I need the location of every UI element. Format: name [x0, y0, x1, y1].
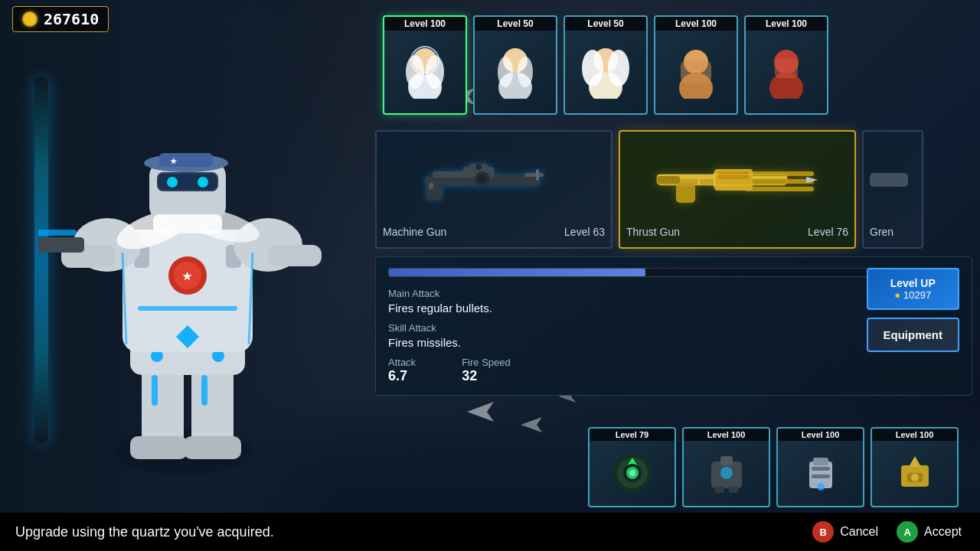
- svg-rect-11: [201, 375, 207, 406]
- portrait-top-2[interactable]: Level 50: [564, 15, 648, 115]
- svg-rect-99: [729, 487, 738, 493]
- svg-point-48: [426, 55, 444, 89]
- svg-point-37: [198, 177, 208, 187]
- svg-rect-78: [745, 179, 814, 184]
- portraits-top-row: Level 100 Level 50 Level 50: [368, 0, 980, 122]
- svg-point-108: [911, 474, 919, 481]
- weapon-card-machine-gun[interactable]: Machine Gun Level 63: [375, 130, 612, 249]
- svg-point-56: [608, 50, 629, 86]
- svg-rect-82: [676, 184, 695, 203]
- svg-rect-29: [268, 245, 322, 266]
- cancel-control[interactable]: B Cancel: [812, 521, 878, 543]
- portrait-top-avatar-0: [384, 31, 466, 113]
- portrait-top-avatar-3: [655, 31, 737, 113]
- accept-btn-icon: A: [897, 521, 918, 543]
- portrait-bottom-level-1: Level 100: [684, 429, 769, 441]
- svg-rect-9: [184, 436, 241, 459]
- portrait-top-level-1: Level 50: [475, 17, 556, 31]
- currency-display: 267610: [12, 6, 109, 32]
- svg-rect-88: [870, 173, 908, 187]
- weapon-level-machine-gun: Level 63: [564, 226, 605, 238]
- svg-text:★: ★: [182, 270, 192, 282]
- bottom-bar: Upgrade using the quartz you've acquired…: [0, 513, 980, 551]
- portrait-bottom-1[interactable]: Level 100: [682, 427, 770, 507]
- weapon-label-row-machine-gun: Machine Gun Level 63: [383, 223, 605, 241]
- portrait-top-avatar-1: [475, 31, 556, 113]
- robot-area: ★: [0, 0, 368, 520]
- attack-label: Attack: [388, 357, 416, 368]
- svg-point-74: [475, 164, 482, 170]
- bottom-controls: B Cancel A Accept: [812, 521, 980, 543]
- svg-rect-10: [152, 375, 158, 406]
- portrait-bottom-level-3: Level 100: [872, 429, 957, 441]
- portrait-top-level-3: Level 100: [655, 17, 737, 31]
- svg-rect-84: [657, 176, 680, 184]
- attack-value: 6.7: [388, 368, 416, 384]
- weapon-card-grenade[interactable]: Gren: [862, 130, 923, 249]
- svg-point-55: [582, 50, 603, 86]
- svg-point-67: [478, 174, 487, 184]
- cancel-label: Cancel: [840, 525, 878, 539]
- weapon-image-machine-gun: [383, 138, 605, 223]
- portrait-bottom-avatar-2: [778, 441, 863, 506]
- svg-point-104: [817, 483, 825, 491]
- svg-rect-26: [38, 237, 84, 253]
- portrait-bottom-3[interactable]: Level 100: [871, 427, 959, 507]
- weapon-label-row-grenade: Gren: [870, 223, 916, 241]
- svg-rect-77: [745, 171, 814, 176]
- portraits-bottom-row: Level 79 Level 100 Level 10: [582, 421, 980, 513]
- level-up-button[interactable]: Level UP ● 10297: [867, 268, 960, 310]
- svg-rect-103: [812, 474, 830, 478]
- svg-rect-8: [130, 436, 188, 459]
- svg-rect-79: [745, 187, 814, 191]
- weapon-name-thrust-gun: Thrust Gun: [626, 226, 680, 238]
- svg-rect-59: [681, 60, 711, 83]
- weapon-image-grenade: [870, 138, 916, 223]
- weapon-name-machine-gun: Machine Gun: [383, 226, 446, 238]
- svg-rect-72: [429, 183, 433, 189]
- portrait-top-3[interactable]: Level 100: [654, 15, 738, 115]
- svg-rect-41: [153, 214, 222, 233]
- svg-rect-62: [775, 59, 798, 78]
- portrait-top-1[interactable]: Level 50: [473, 15, 557, 115]
- portrait-bottom-avatar-1: [684, 441, 769, 506]
- portrait-bottom-level-2: Level 100: [778, 429, 863, 441]
- portrait-top-level-2: Level 50: [565, 17, 646, 31]
- weapon-name-grenade: Gren: [870, 226, 893, 238]
- portrait-bottom-avatar-3: [872, 441, 957, 506]
- robot-body: ★: [38, 46, 329, 505]
- portrait-top-0[interactable]: Level 100: [383, 15, 467, 115]
- weapon-image-thrust-gun: [626, 138, 848, 223]
- portrait-bottom-0[interactable]: Level 79: [588, 427, 676, 507]
- equipment-label: Equipment: [884, 328, 943, 341]
- fire-speed-label: Fire Speed: [462, 357, 511, 368]
- equipment-button[interactable]: Equipment: [867, 318, 960, 352]
- cancel-btn-icon: B: [812, 521, 834, 543]
- coin-icon: [22, 11, 38, 27]
- accept-label: Accept: [924, 525, 962, 539]
- stats-row: Attack 6.7 Fire Speed 32: [388, 357, 959, 384]
- svg-rect-70: [536, 169, 539, 181]
- portrait-top-avatar-4: [746, 31, 827, 113]
- svg-rect-21: [138, 306, 237, 311]
- accept-control[interactable]: A Accept: [897, 521, 962, 543]
- portrait-bottom-2[interactable]: Level 100: [776, 427, 864, 507]
- portrait-top-avatar-2: [565, 31, 646, 113]
- svg-rect-102: [812, 467, 830, 471]
- weapon-card-thrust-gun[interactable]: Thrust Gun Level 76: [619, 130, 856, 249]
- svg-rect-28: [38, 230, 77, 236]
- svg-point-94: [629, 470, 635, 476]
- weapon-label-row-thrust-gun: Thrust Gun Level 76: [626, 223, 848, 241]
- svg-point-52: [518, 57, 533, 87]
- bottom-hint: Upgrade using the quartz you've acquired…: [0, 524, 812, 540]
- svg-text:★: ★: [170, 157, 178, 165]
- attack-stat: Attack 6.7: [388, 357, 416, 384]
- svg-marker-106: [909, 456, 921, 467]
- svg-rect-101: [813, 458, 828, 465]
- robot-svg: ★: [38, 46, 329, 505]
- portrait-top-4[interactable]: Level 100: [744, 15, 828, 115]
- level-up-cost: ● 10297: [884, 289, 943, 301]
- progress-bar-fill: [389, 269, 645, 276]
- svg-rect-81: [718, 171, 749, 179]
- portrait-top-level-4: Level 100: [746, 17, 827, 31]
